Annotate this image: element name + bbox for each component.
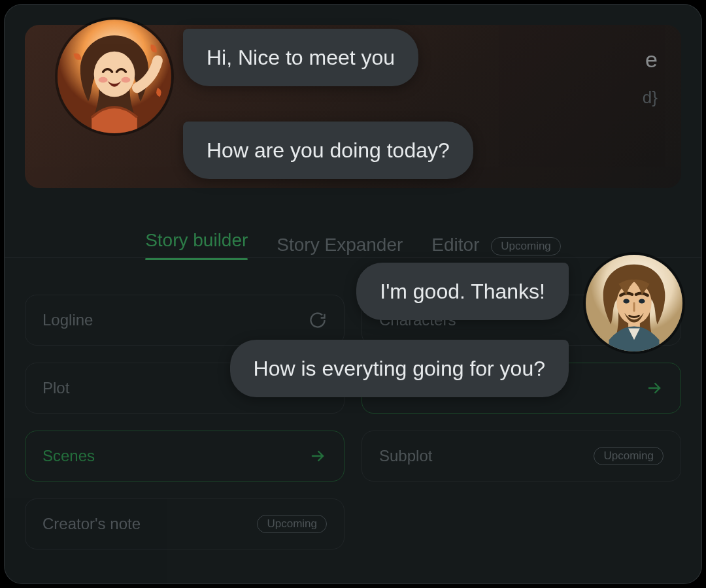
hero-title-fragment: e xyxy=(645,47,658,73)
chat-bubble-left-1: Hi, Nice to meet you xyxy=(183,29,418,86)
svg-point-3 xyxy=(121,77,130,83)
card-creators-note: Creator's note Upcoming xyxy=(25,498,345,549)
hero-subtitle-fragment: d} xyxy=(643,88,658,108)
tab-story-expander[interactable]: Story Expander xyxy=(277,235,403,255)
card-label: Logline xyxy=(42,311,93,329)
app-frame: e d} Story builder Story Expander Editor… xyxy=(4,4,702,584)
fold-label: Fold Story Builder xyxy=(278,581,403,584)
card-label: Subplot xyxy=(379,447,432,465)
arrow-right-icon xyxy=(645,379,664,397)
card-label: Plot xyxy=(42,379,69,397)
badge-upcoming: Upcoming xyxy=(594,447,664,465)
chat-bubble-left-2: How are you doing today? xyxy=(183,122,473,179)
svg-point-7 xyxy=(623,299,629,303)
arrow-right-icon xyxy=(309,447,327,465)
card-subplot: Subplot Upcoming xyxy=(361,431,681,482)
chat-bubble-right-1: I'm good. Thanks! xyxy=(356,263,569,320)
card-label: Scenes xyxy=(42,447,95,465)
avatar-man[interactable] xyxy=(586,255,682,351)
tabs-row: Story builder Story Expander Editor Upco… xyxy=(25,230,681,260)
fold-story-builder[interactable]: Fold Story Builder xyxy=(25,581,681,584)
card-logline[interactable]: Logline xyxy=(25,295,345,346)
badge-upcoming: Upcoming xyxy=(257,515,327,533)
chat-bubble-right-2: How is everyting going for you? xyxy=(230,340,569,397)
badge-upcoming: Upcoming xyxy=(491,237,561,255)
card-label: Creator's note xyxy=(42,515,141,533)
svg-point-2 xyxy=(99,77,108,83)
card-scenes[interactable]: Scenes xyxy=(25,431,345,482)
avatar-man-art xyxy=(586,255,682,351)
refresh-icon xyxy=(309,311,327,329)
tab-story-builder[interactable]: Story builder xyxy=(145,230,248,260)
avatar-girl[interactable] xyxy=(58,20,171,133)
tab-editor-label: Editor xyxy=(431,235,479,255)
tabs-underline xyxy=(4,257,702,258)
builder-grid: Logline Characters Plot Scenes Subplot U… xyxy=(25,295,681,549)
svg-point-1 xyxy=(94,52,135,97)
chat-overlay: Hi, Nice to meet you How are you doing t… xyxy=(4,4,702,584)
svg-point-8 xyxy=(639,299,645,303)
avatar-girl-art xyxy=(58,20,171,133)
tab-editor: Editor Upcoming xyxy=(431,235,560,255)
